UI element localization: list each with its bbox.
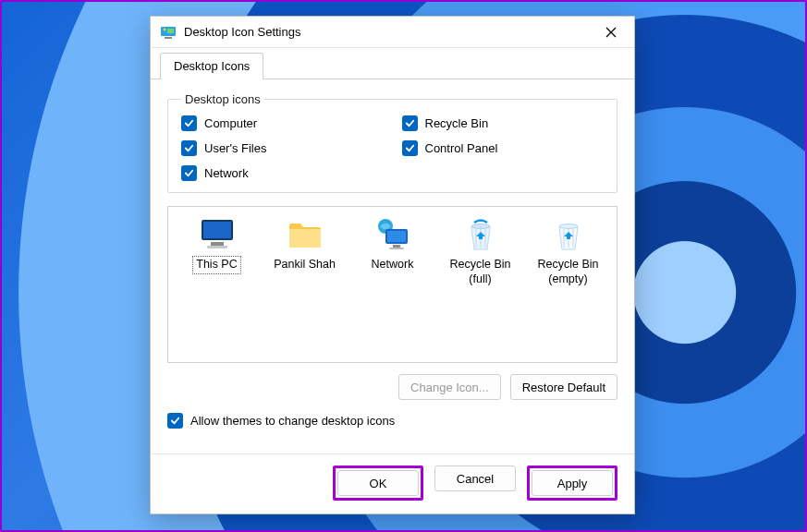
svg-point-13 <box>471 224 490 229</box>
change-icon-button[interactable]: Change Icon... <box>398 374 501 400</box>
checkbox-computer-label[interactable]: Computer <box>204 116 257 130</box>
checkbox-usersfiles[interactable] <box>181 140 197 156</box>
desktop-icon-settings-dialog: Desktop Icon Settings Desktop Icons Desk… <box>150 16 635 514</box>
network-icon <box>373 216 413 253</box>
icon-item-recyclebin-full[interactable]: Recycle Bin (full) <box>439 216 521 287</box>
desktop-icons-group: Desktop icons Computer Recycle Bin <box>167 92 617 193</box>
check-icon <box>184 143 194 153</box>
close-icon <box>605 27 617 38</box>
svg-rect-5 <box>203 222 231 238</box>
svg-rect-11 <box>393 245 400 248</box>
highlight-box: Apply <box>527 466 617 501</box>
svg-rect-1 <box>165 37 172 39</box>
restore-default-button[interactable]: Restore Default <box>510 374 617 400</box>
check-icon <box>405 118 415 128</box>
check-icon <box>405 143 415 153</box>
allow-themes-label[interactable]: Allow themes to change desktop icons <box>190 414 395 428</box>
highlight-box: OK <box>333 466 423 501</box>
checkbox-recyclebin-label[interactable]: Recycle Bin <box>425 116 489 130</box>
checkbox-network[interactable] <box>181 165 197 181</box>
checkbox-usersfiles-label[interactable]: User's Files <box>204 141 267 155</box>
icon-preview-list: This PC Pankil Shah <box>167 206 617 363</box>
titlebar: Desktop Icon Settings <box>151 17 634 48</box>
icon-caption: Recycle Bin (full) <box>439 257 521 287</box>
checkbox-controlpanel-label[interactable]: Control Panel <box>425 141 498 155</box>
close-button[interactable] <box>597 18 625 46</box>
folder-icon <box>285 216 325 253</box>
svg-rect-6 <box>211 242 224 246</box>
window-title: Desktop Icon Settings <box>184 25 597 39</box>
ok-button[interactable]: OK <box>337 470 419 496</box>
icon-item-this-pc[interactable]: This PC <box>176 216 258 273</box>
checkbox-computer[interactable] <box>181 115 197 131</box>
svg-rect-12 <box>389 248 404 249</box>
checkbox-network-label[interactable]: Network <box>204 166 249 180</box>
tab-desktop-icons[interactable]: Desktop Icons <box>160 53 263 79</box>
icon-item-user-folder[interactable]: Pankil Shah <box>263 216 346 273</box>
app-icon <box>160 24 177 41</box>
dialog-footer: OK Cancel Apply <box>151 453 634 514</box>
tabstrip: Desktop Icons <box>151 48 634 79</box>
icon-caption: Recycle Bin (empty) <box>527 257 609 287</box>
icon-caption: Pankil Shah <box>271 257 338 273</box>
checkbox-allow-themes[interactable] <box>167 413 183 429</box>
apply-button[interactable]: Apply <box>532 470 613 496</box>
icon-item-network[interactable]: Network <box>351 216 434 273</box>
svg-rect-3 <box>167 29 174 33</box>
svg-rect-7 <box>207 246 227 248</box>
svg-rect-10 <box>387 231 406 242</box>
icon-item-recyclebin-empty[interactable]: Recycle Bin (empty) <box>527 216 609 287</box>
monitor-icon <box>197 216 238 253</box>
check-icon <box>184 118 194 128</box>
cancel-button[interactable]: Cancel <box>434 466 516 491</box>
icon-caption: This PC <box>193 257 239 273</box>
check-icon <box>170 416 180 426</box>
recyclebin-empty-icon <box>548 216 589 253</box>
svg-point-2 <box>164 28 166 30</box>
icon-caption: Network <box>369 257 417 273</box>
checkbox-recyclebin[interactable] <box>402 115 418 131</box>
checkbox-controlpanel[interactable] <box>402 140 418 156</box>
tab-pane: Desktop icons Computer Recycle Bin <box>151 79 634 453</box>
check-icon <box>184 168 194 178</box>
recyclebin-full-icon <box>460 216 501 253</box>
group-legend: Desktop icons <box>181 92 264 106</box>
svg-point-14 <box>559 224 578 229</box>
